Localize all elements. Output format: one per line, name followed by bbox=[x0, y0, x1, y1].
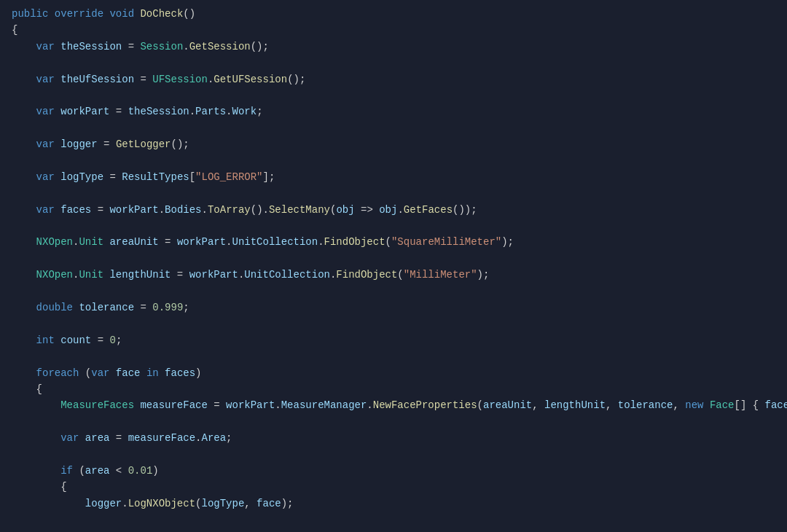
code-line: { bbox=[0, 381, 787, 397]
code-line: public override void DoCheck() bbox=[0, 6, 787, 22]
code-line: var theSession = Session.GetSession(); bbox=[0, 39, 787, 55]
code-line: NXOpen.Unit lengthUnit = workPart.UnitCo… bbox=[0, 267, 787, 283]
code-editor: public override void DoCheck() { var the… bbox=[0, 0, 787, 532]
code-line: if (area < 0.01) bbox=[0, 463, 787, 479]
code-line bbox=[0, 87, 787, 103]
code-line bbox=[0, 414, 787, 430]
code-line: var area = measureFace.Area; bbox=[0, 430, 787, 446]
code-line bbox=[0, 348, 787, 364]
code-line: { bbox=[0, 22, 787, 38]
code-line: foreach (var face in faces) bbox=[0, 365, 787, 381]
code-line: MeasureFaces measureFace = workPart.Meas… bbox=[0, 397, 787, 413]
code-line bbox=[0, 447, 787, 463]
code-line: var faces = workPart.Bodies.ToArray().Se… bbox=[0, 202, 787, 218]
code-line: var logType = ResultTypes["LOG_ERROR"]; bbox=[0, 169, 787, 185]
code-line: { bbox=[0, 479, 787, 495]
code-line bbox=[0, 153, 787, 169]
code-line: logger.LogNXObject(logType, face); bbox=[0, 496, 787, 512]
code-line: double tolerance = 0.999; bbox=[0, 300, 787, 316]
code-line: var workPart = theSession.Parts.Work; bbox=[0, 103, 787, 120]
code-line bbox=[0, 512, 787, 528]
code-line bbox=[0, 283, 787, 300]
code-line bbox=[0, 316, 787, 332]
code-line: int count = 0; bbox=[0, 332, 787, 348]
code-line bbox=[0, 120, 787, 136]
code-line: var logger = GetLogger(); bbox=[0, 136, 787, 152]
code-line bbox=[0, 251, 787, 267]
code-line bbox=[0, 185, 787, 201]
code-line bbox=[0, 218, 787, 234]
code-line: NXOpen.Unit areaUnit = workPart.UnitColl… bbox=[0, 234, 787, 250]
code-line: var theUfSession = UFSession.GetUFSessio… bbox=[0, 71, 787, 87]
code-line bbox=[0, 55, 787, 71]
code-line: count++; bbox=[0, 528, 787, 533]
